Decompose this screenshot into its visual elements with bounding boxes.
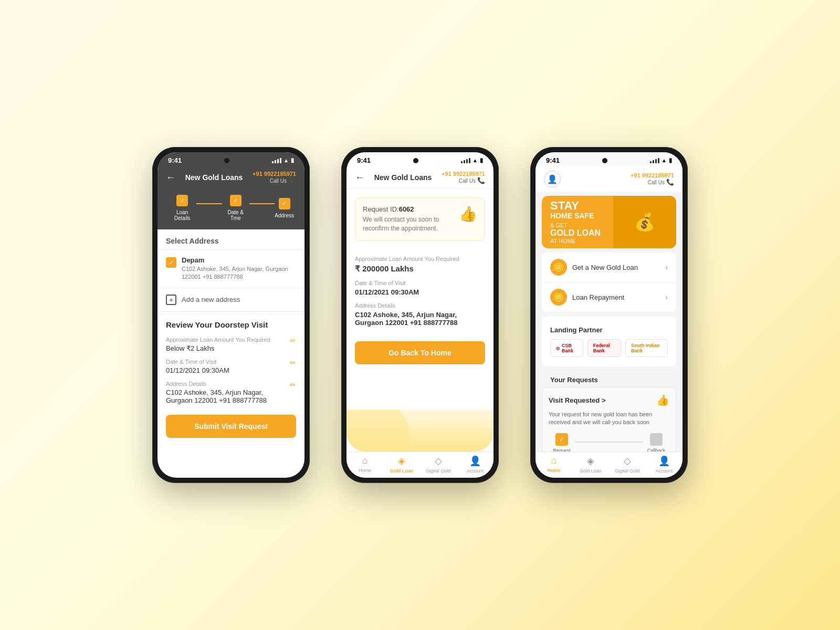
phone3-banner-home-safe: HOME SAFE [550, 212, 601, 220]
phone3-camera [602, 158, 607, 163]
step-address: ✓ Address [275, 198, 294, 218]
phone2-request-desc: We will contact you soon to reconfirm th… [363, 215, 459, 233]
phone2-status-icons: ▲ ▮ [461, 157, 483, 164]
phone2-nav-home[interactable]: ⌂ Home [346, 455, 383, 474]
phone3-your-requests-title: Your Requests [542, 371, 676, 387]
track-label-1: Request Recived [549, 448, 575, 452]
phone3-landing-partner-card: Landing Partner ◎ CSB Bank Federal Bank … [542, 317, 676, 366]
phone3-action-text-1: Get a New Gold Loan [572, 264, 638, 271]
phone2-content: Request ID:6062 We will contact you soon… [346, 189, 494, 452]
phone1-date-edit[interactable]: ✏ [290, 359, 296, 367]
phone2-signal [461, 158, 470, 163]
phone2-bottom-nav: ⌂ Home ◈ Gold Loan ◇ Digital Gold 👤 Acco… [346, 452, 494, 478]
phone3-banner-gold-loan: GOLD LOAN [550, 228, 601, 238]
phone1-date-row: Date & Time of Visit 01/12/2021 09:30AM … [166, 359, 296, 374]
phone1-addr-edit[interactable]: ✏ [290, 381, 296, 389]
phone2-request-info: Request ID:6062 We will contact you soon… [363, 205, 459, 233]
phone3-header: 👤 +91 9922185971 Call Us 📞 [536, 166, 682, 192]
phone1-addr-row: Address Details C102 Ashoke, 345, Arjun … [166, 381, 296, 404]
phone3-banner-image: 💰 [613, 196, 676, 248]
phone3-content: STAY HOME SAFE & GET GOLD LOAN AT HOME 💰 [536, 192, 682, 452]
phone1-call-number: +91 9922185971 [253, 171, 296, 177]
phone3-goldloan-label: Gold Loan [580, 468, 602, 474]
phone2-call-info: +91 9922185971 Call Us 📞 [442, 171, 485, 184]
phone2-go-home-btn[interactable]: Go Back To Home [355, 341, 485, 364]
phone3-nav-digitalgold[interactable]: ◇ Digital Gold [609, 455, 646, 474]
phone1-addr-info: Depam C102 Ashoke, 345, Arjun Nagar, Gur… [182, 256, 296, 281]
phone1-signal [272, 158, 281, 163]
phone3-account-label: Account [656, 468, 673, 474]
track-label-2: Callback Initiated [643, 448, 669, 452]
phone3-action-icon-2: 🪙 [550, 289, 567, 306]
phone2-home-icon: ⌂ [362, 455, 368, 466]
phones-container: 9:41 ▲ ▮ ← New Gold Loans [152, 147, 688, 483]
phone2-nav-digitalgold[interactable]: ◇ Digital Gold [420, 455, 457, 474]
phone1-addr-check: ✓ [166, 257, 176, 268]
phone3-loan-repayment[interactable]: 🪙 Loan Repayment › [542, 282, 676, 312]
phone1-loan-edit[interactable]: ✏ [290, 337, 296, 345]
phone3-chevron-1: › [665, 263, 668, 271]
phone3-action-text-2: Loan Repayment [572, 293, 624, 301]
phone1-date-label: Date & Time of Visit [166, 359, 290, 365]
phone2-wifi: ▲ [472, 158, 478, 163]
phone1-call-label: Call Us 📞 [253, 177, 296, 184]
phone1-address-option[interactable]: ✓ Depam C102 Ashoke, 345, Arjun Nagar, G… [158, 250, 304, 288]
step-date-time: ✓ Date & Tme [222, 195, 249, 221]
phone2-addr-value: C102 Ashoke, 345, Arjun Nagar, Gurgaon 1… [355, 311, 485, 327]
track-step-1: ✓ Request Recived [549, 433, 575, 452]
phone3-action-icon-1: 🪙 [550, 259, 567, 276]
phone3-nav-home[interactable]: ⌂ Home [536, 455, 572, 474]
phone1-status-bar: 9:41 ▲ ▮ [158, 152, 304, 166]
phone2-call-label-row: Call Us 📞 [442, 177, 485, 184]
phone2-back-btn[interactable]: ← [355, 172, 364, 183]
phone3-status-bar: 9:41 ▲ ▮ [536, 152, 682, 166]
phone2-nav-account[interactable]: 👤 Account [457, 455, 494, 474]
phone3-signal [650, 158, 659, 163]
phone3-requests-section: Your Requests Visit Requested > 👍 Your r… [536, 371, 682, 452]
track-line-1 [575, 442, 643, 443]
phone1-select-address-header: Select Address [158, 229, 304, 250]
phone3-account-icon: 👤 [658, 455, 670, 467]
phone1-submit-btn[interactable]: Submit Visit Request [166, 415, 296, 438]
phone3-get-gold-loan[interactable]: 🪙 Get a New Gold Loan › [542, 253, 676, 282]
phone1-progress: ✓ Loan Details ✓ Date & Tme ✓ Address [158, 188, 304, 229]
phone3-goldloan-icon: ◈ [587, 455, 594, 467]
step-line-2 [249, 203, 275, 204]
phone2-call-number: +91 9922185971 [442, 171, 485, 177]
phone2-request-card: Request ID:6062 We will contact you soon… [355, 197, 485, 241]
phone1-back-btn[interactable]: ← [166, 172, 175, 183]
step-loan-details: ✓ Loan Details [168, 195, 196, 221]
phone2-loan-value: ₹ 200000 Lakhs [355, 264, 485, 274]
phone3-action-left-2: 🪙 Loan Repayment [550, 289, 624, 306]
phone3-digitalgold-icon: ◇ [624, 455, 631, 467]
phone2-request-id: Request ID:6062 [363, 205, 459, 213]
phone3-visit-title: Visit Requested > [549, 396, 606, 404]
phone1-battery: ▮ [291, 157, 294, 164]
phone3-nav-account[interactable]: 👤 Account [646, 455, 682, 474]
phone3-profile-icon[interactable]: 👤 [544, 171, 561, 187]
phone1-time: 9:41 [168, 156, 182, 164]
phone2-date-label: Date & Time of Visit [355, 280, 485, 286]
phone3-call-label-row: Call Us 📞 [631, 178, 674, 186]
phone2-wave [346, 410, 494, 452]
phone3-call-icon: 📞 [666, 178, 674, 186]
phone3-visit-desc: Your request for new gold loan has been … [549, 411, 669, 427]
phone3-action-left-1: 🪙 Get a New Gold Loan [550, 259, 638, 276]
phone3-banner: STAY HOME SAFE & GET GOLD LOAN AT HOME 💰 [542, 196, 676, 248]
phone2-nav-goldloan[interactable]: ◈ Gold Loan [383, 455, 420, 474]
phone1-wifi: ▲ [284, 158, 289, 163]
phone1-add-label: Add a new address [182, 296, 240, 303]
phone2-account-icon: 👤 [469, 455, 481, 467]
phone1-review-title: Review Your Doorstep Visit [166, 320, 296, 329]
phone3-visit-thumbs: 👍 [656, 394, 669, 406]
phone-3: 9:41 ▲ ▮ 👤 +91 9922185971 [530, 147, 688, 483]
phone3-actions-container: 🪙 Get a New Gold Loan › 🪙 Loan Repayment… [542, 253, 676, 312]
phone2-camera [413, 158, 418, 163]
phone3-visit-header: Visit Requested > 👍 [549, 394, 669, 406]
phone3-banner-get: & GET [550, 222, 601, 228]
phone3-wifi: ▲ [662, 158, 667, 163]
phone2-addr-label: Address Details [355, 302, 485, 309]
phone3-home-icon: ⌂ [551, 455, 557, 466]
phone3-nav-goldloan[interactable]: ◈ Gold Loan [572, 455, 609, 474]
phone1-add-address[interactable]: + Add a new address [158, 288, 304, 311]
